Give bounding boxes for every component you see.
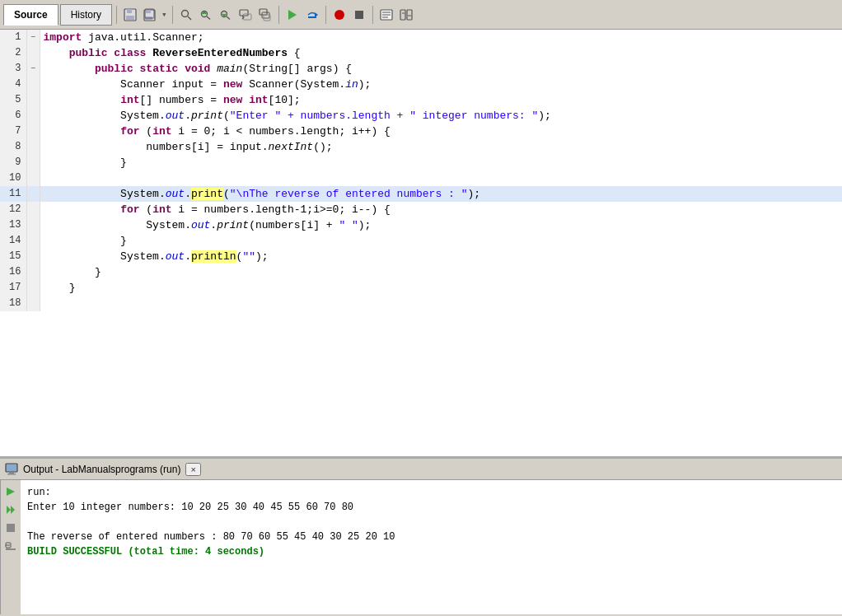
run-icon[interactable] <box>283 6 302 24</box>
toolbar-separator-2 <box>172 6 173 24</box>
svg-line-12 <box>227 16 230 20</box>
svg-rect-34 <box>7 474 16 475</box>
code-line: public class ReverseEnteredNumbers { <box>40 45 842 61</box>
fold-marker <box>26 139 40 155</box>
run-again-icon[interactable] <box>2 483 19 500</box>
code-line <box>40 170 842 186</box>
fold-marker <box>26 108 40 124</box>
output-line: The reverse of entered numbers : 80 70 6… <box>27 530 835 544</box>
output-build-status: BUILD SUCCESSFUL (total time: 4 seconds) <box>27 544 835 559</box>
code-editor[interactable]: 1 − import java.util.Scanner; 2 public c… <box>0 30 842 458</box>
table-row: 4 Scanner input = new Scanner(System.in)… <box>0 77 842 92</box>
clear-output-icon[interactable] <box>2 538 19 554</box>
code-line: numbers[i] = input.nextInt(); <box>40 139 842 155</box>
svg-line-8 <box>188 16 191 20</box>
code-line: Scanner input = new Scanner(System.in); <box>40 77 842 92</box>
source-tab[interactable]: Source <box>3 4 58 26</box>
svg-rect-38 <box>7 524 15 532</box>
line-number: 7 <box>0 124 26 139</box>
fold-marker <box>26 186 40 202</box>
line-number: 14 <box>0 233 26 249</box>
table-row: 11 System.out.print("\nThe reverse of en… <box>0 186 842 202</box>
svg-rect-29 <box>407 10 412 20</box>
diff-icon[interactable] <box>397 6 415 24</box>
output-header: Output - LabManualsprograms (run) × <box>0 459 842 480</box>
line-number: 2 <box>0 45 26 61</box>
table-row: 2 public class ReverseEnteredNumbers { <box>0 45 842 61</box>
replace-icon[interactable] <box>236 6 255 24</box>
svg-rect-33 <box>9 472 14 474</box>
fold-marker <box>26 170 40 186</box>
save-all-icon[interactable] <box>141 6 159 24</box>
table-row: 13 System.out.print(numbers[i] + " "); <box>0 217 842 233</box>
annotations-icon[interactable] <box>377 6 395 24</box>
replace-all-icon[interactable] <box>256 6 274 24</box>
step-over-icon[interactable] <box>303 6 321 24</box>
code-line: } <box>40 155 842 170</box>
toolbar-separator-5 <box>372 6 373 24</box>
fold-marker <box>26 45 40 61</box>
svg-marker-35 <box>7 488 15 496</box>
svg-rect-28 <box>400 10 405 20</box>
line-number: 11 <box>0 186 26 202</box>
table-row: 7 for (int i = 0; i < numbers.length; i+… <box>0 124 842 139</box>
stop-icon[interactable] <box>350 6 368 24</box>
code-line: System.out.print("\nThe reverse of enter… <box>40 186 842 202</box>
history-tab[interactable]: History <box>60 4 112 26</box>
code-line <box>40 296 842 311</box>
fold-marker <box>26 202 40 217</box>
svg-rect-14 <box>243 14 251 20</box>
stop-output-icon[interactable] <box>2 520 19 536</box>
line-number: 4 <box>0 77 26 92</box>
svg-rect-23 <box>355 11 363 19</box>
find-previous-icon[interactable] <box>197 6 215 24</box>
fold-marker[interactable]: − <box>26 30 40 45</box>
toolbar-separator-1 <box>116 6 117 24</box>
table-row: 6 System.out.print("Enter " + numbers.le… <box>0 108 842 124</box>
table-row: 1 − import java.util.Scanner; <box>0 30 842 45</box>
code-line: System.out.print("Enter " + numbers.leng… <box>40 108 842 124</box>
fold-marker <box>26 124 40 139</box>
line-number: 10 <box>0 170 26 186</box>
fold-marker <box>26 155 40 170</box>
table-row: 16 } <box>0 264 842 280</box>
svg-rect-2 <box>126 16 134 20</box>
code-line: for (int i = numbers.length-1;i>=0; i--)… <box>40 202 842 217</box>
svg-rect-4 <box>146 10 151 13</box>
output-close-button[interactable]: × <box>185 463 200 476</box>
output-panel: Output - LabManualsprograms (run) × <box>0 458 842 614</box>
line-number: 9 <box>0 155 26 170</box>
output-panel-icon <box>5 463 18 476</box>
line-number: 3 <box>0 61 26 77</box>
line-number: 6 <box>0 108 26 124</box>
fold-marker <box>26 280 40 296</box>
editor-toolbar: Source History ▾ <box>0 0 842 30</box>
svg-point-22 <box>334 10 344 20</box>
svg-point-7 <box>181 10 188 16</box>
output-sidebar <box>0 480 21 614</box>
output-body: run: Enter 10 integer numbers: 10 20 25 … <box>21 480 842 614</box>
svg-marker-18 <box>288 10 297 20</box>
save-icon[interactable] <box>121 6 139 24</box>
table-row: 3 − public static void main(String[] arg… <box>0 61 842 77</box>
code-line: } <box>40 280 842 296</box>
fold-marker[interactable]: − <box>26 61 40 77</box>
output-title: Output - LabManualsprograms (run) <box>23 464 180 475</box>
toggle-breakpoint-icon[interactable] <box>330 6 348 24</box>
svg-rect-1 <box>127 9 132 13</box>
line-number: 8 <box>0 139 26 155</box>
code-line: import java.util.Scanner; <box>40 30 842 45</box>
table-row: 8 numbers[i] = input.nextInt(); <box>0 139 842 155</box>
find-next-icon[interactable] <box>217 6 235 24</box>
dropdown-arrow-1[interactable]: ▾ <box>161 9 168 20</box>
table-row: 17 } <box>0 280 842 296</box>
output-line <box>27 515 835 530</box>
fold-marker <box>26 264 40 280</box>
fold-marker <box>26 296 40 311</box>
search-icon[interactable] <box>177 6 195 24</box>
line-number: 16 <box>0 264 26 280</box>
fold-marker <box>26 77 40 92</box>
fold-marker <box>26 233 40 249</box>
rerun-icon[interactable] <box>2 502 19 518</box>
code-line: for (int i = 0; i < numbers.length; i++)… <box>40 124 842 139</box>
